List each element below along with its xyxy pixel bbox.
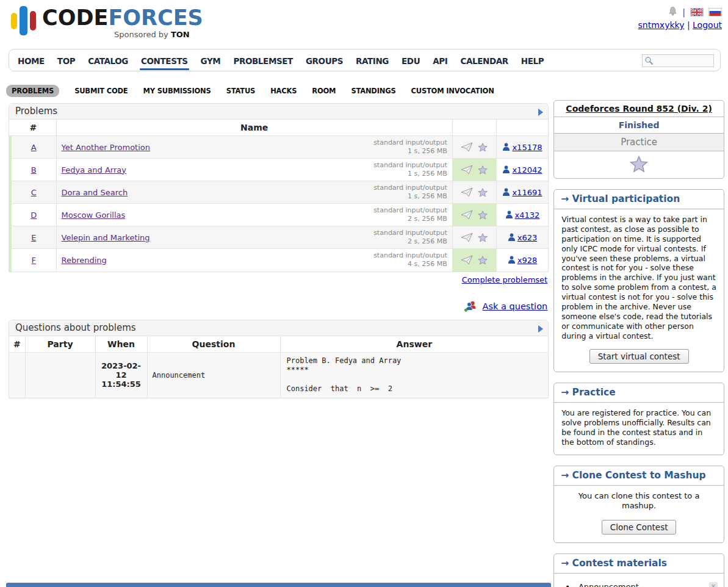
collapse-arrow-icon[interactable]	[538, 324, 543, 335]
paper-plane-icon[interactable]	[461, 142, 473, 153]
problem-index-link[interactable]: F	[32, 256, 36, 265]
content: Problems # Name A	[0, 103, 728, 587]
language-bar: |	[668, 6, 722, 18]
nav-item-calendar[interactable]: CALENDAR	[460, 52, 508, 68]
star-icon[interactable]	[478, 165, 488, 175]
clone-contest-title: → Clone Contest to Mashup	[554, 466, 724, 486]
contest-status: Finished	[554, 117, 724, 134]
subnav-my-submissions[interactable]: MY SUBMISSIONS	[143, 87, 211, 95]
problem-limits: 2 s, 256 MB	[373, 237, 447, 246]
contest-title-link[interactable]: Codeforces Round 852 (Div. 2)	[566, 104, 712, 113]
problem-name-link[interactable]: Fedya and Array	[62, 165, 126, 175]
problem-name-link[interactable]: Dora and Search	[62, 188, 128, 197]
questions-col-index: #	[9, 336, 25, 353]
star-icon[interactable]	[478, 211, 488, 220]
ask-question-row: Ask a question	[9, 300, 547, 312]
problem-name-link[interactable]: Moscow Gorillas	[62, 211, 126, 220]
solved-count-link[interactable]: x15178	[512, 143, 542, 152]
subnav-problems[interactable]: PROBLEMS	[6, 85, 59, 97]
bell-icon[interactable]	[668, 6, 677, 18]
nav-item-help[interactable]: HELP	[521, 52, 544, 68]
paper-plane-icon[interactable]	[461, 210, 473, 220]
subnav-hacks[interactable]: HACKS	[270, 87, 297, 95]
subnav-custom-invocation[interactable]: CUSTOM INVOCATION	[411, 87, 494, 95]
table-row: 2023-02-12 11:54:55 Announcement Problem…	[9, 352, 548, 398]
user-bar: sntmxykky | Logout	[638, 20, 722, 30]
problems-caption-label: Problems	[15, 106, 57, 117]
contest-subnav: PROBLEMS SUBMIT CODE MY SUBMISSIONS STAT…	[6, 85, 719, 97]
subnav-submit-code[interactable]: SUBMIT CODE	[74, 87, 128, 95]
codeforces-logo[interactable]: CODEFORCES Sponsored by TON	[11, 4, 723, 39]
username-link[interactable]: sntmxykky	[638, 20, 685, 30]
problem-index-link[interactable]: A	[31, 143, 37, 152]
paper-plane-icon[interactable]	[461, 165, 473, 175]
nav-item-top[interactable]: TOP	[57, 52, 75, 68]
table-row: D Moscow Gorillas standard input/output2…	[10, 204, 548, 226]
russian-flag-icon[interactable]	[708, 8, 722, 16]
problem-index-link[interactable]: E	[31, 233, 36, 242]
star-icon-large[interactable]	[630, 156, 648, 173]
nav-item-edu[interactable]: EDU	[402, 52, 420, 68]
nav-item-contests[interactable]: CONTESTS	[141, 52, 188, 68]
material-announcement-link[interactable]: Announcement	[578, 582, 709, 587]
logout-link[interactable]: Logout	[693, 20, 722, 30]
nav-item-home[interactable]: HOME	[18, 52, 45, 68]
complete-problemset-link[interactable]: Complete problemset	[462, 275, 547, 284]
sponsored-by: Sponsored by TON	[114, 30, 203, 39]
subnav-standings[interactable]: STANDINGS	[351, 87, 395, 95]
solved-count-link[interactable]: x928	[517, 256, 538, 265]
star-icon[interactable]	[478, 188, 488, 197]
practice-title: → Practice	[554, 383, 724, 403]
paper-plane-icon[interactable]	[461, 187, 473, 198]
table-row: C Dora and Search standard input/output1…	[10, 181, 548, 204]
solved-count-link[interactable]: x12042	[512, 165, 542, 175]
clone-contest-text: You can clone this contest to a mashup.	[554, 486, 724, 519]
ask-question-icon	[464, 300, 477, 312]
english-flag-icon[interactable]	[690, 8, 704, 16]
solved-count-link[interactable]: x11691	[512, 188, 542, 197]
user-icon	[502, 143, 510, 151]
nav-item-rating[interactable]: RATING	[356, 52, 389, 68]
star-icon[interactable]	[478, 233, 488, 242]
solved-count-link[interactable]: x4132	[515, 211, 540, 220]
ask-question-link[interactable]: Ask a question	[483, 301, 548, 311]
collapse-arrow-icon[interactable]	[538, 107, 543, 118]
problem-index-link[interactable]: D	[31, 211, 37, 220]
questions-col-answer: Answer	[280, 336, 548, 353]
practice-box: → Practice You are registered for practi…	[553, 383, 724, 455]
contest-title-row: Codeforces Round 852 (Div. 2)	[554, 101, 724, 117]
paper-plane-icon[interactable]	[461, 255, 473, 265]
problem-io: standard input/output	[373, 161, 447, 170]
start-virtual-contest-button[interactable]: Start virtual contest	[589, 349, 689, 364]
nav-item-problemset[interactable]: PROBLEMSET	[233, 52, 292, 68]
problems-col-solved	[496, 120, 548, 136]
virtual-participation-title: → Virtual participation	[554, 190, 724, 209]
problem-name-link[interactable]: Yet Another Promotion	[62, 143, 150, 152]
close-icon[interactable]: ×	[709, 582, 718, 587]
problem-name-link[interactable]: Velepin and Marketing	[62, 233, 150, 242]
subnav-status[interactable]: STATUS	[226, 87, 256, 95]
problem-limits: 1 s, 256 MB	[373, 170, 447, 178]
virtual-participation-box: → Virtual participation Virtual contest …	[553, 189, 724, 372]
problem-index-link[interactable]: B	[31, 165, 37, 175]
problem-name-link[interactable]: Rebrending	[62, 256, 107, 265]
nav-item-gym[interactable]: GYM	[201, 52, 221, 68]
nav-item-groups[interactable]: GROUPS	[306, 52, 343, 68]
user-icon	[502, 188, 510, 196]
star-icon[interactable]	[478, 256, 488, 265]
solved-count-link[interactable]: x623	[517, 233, 538, 242]
problem-index-link[interactable]: C	[31, 188, 37, 197]
nav-item-catalog[interactable]: CATALOG	[88, 52, 128, 68]
questions-col-when: When	[95, 336, 147, 353]
problem-io: standard input/output	[373, 229, 447, 237]
contest-info-box: Codeforces Round 852 (Div. 2) Finished P…	[553, 100, 724, 179]
star-icon[interactable]	[478, 143, 488, 152]
clone-contest-button[interactable]: Clone Contest	[602, 520, 677, 535]
subnav-room[interactable]: ROOM	[312, 87, 336, 95]
questions-table: # Party When Question Answer 2023-02-12 …	[9, 336, 548, 398]
problem-limits: 4 s, 256 MB	[373, 260, 447, 268]
nav-item-api[interactable]: API	[433, 52, 447, 68]
page: CODEFORCES Sponsored by TON | sntmxykky …	[0, 0, 728, 587]
sidebar: Codeforces Round 852 (Div. 2) Finished P…	[553, 100, 724, 587]
paper-plane-icon[interactable]	[461, 232, 473, 243]
